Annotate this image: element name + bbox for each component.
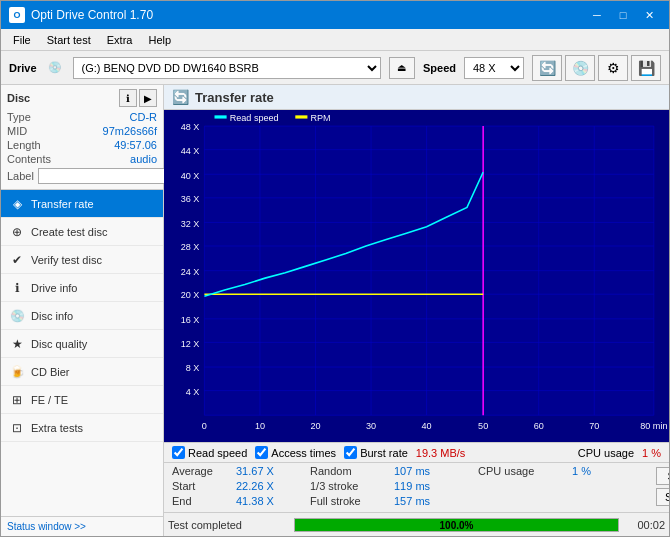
burst-rate-checkbox-group: Burst rate [344, 446, 408, 459]
disc-quality-icon: ★ [9, 336, 25, 352]
svg-text:8 X: 8 X [186, 363, 200, 373]
test-completed-text: Test completed [168, 519, 288, 531]
nav-verify-test-disc[interactable]: ✔ Verify test disc [1, 246, 163, 274]
end-value: 41.38 X [236, 495, 306, 508]
fe-te-icon: ⊞ [9, 392, 25, 408]
transfer-rate-icon: ◈ [9, 196, 25, 212]
title-bar: O Opti Drive Control 1.70 ─ □ ✕ [1, 1, 669, 29]
menu-start-test[interactable]: Start test [39, 32, 99, 48]
svg-text:28 X: 28 X [181, 242, 200, 252]
disc-label-key: Label [7, 170, 34, 182]
nav-disc-quality[interactable]: ★ Disc quality [1, 330, 163, 358]
disc-contents-row: Contents audio [7, 153, 157, 165]
save-button[interactable]: 💾 [631, 55, 661, 81]
time-display: 00:02 [625, 519, 665, 531]
nav-transfer-rate-label: Transfer rate [31, 198, 94, 210]
svg-text:80 min: 80 min [640, 421, 667, 431]
disc-label-row: Label ✎ [7, 167, 157, 185]
menu-help[interactable]: Help [140, 32, 179, 48]
chart-svg: 48 X 44 X 40 X 36 X 32 X 28 X 24 X 20 X … [164, 110, 669, 442]
nav-extra-tests[interactable]: ⊡ Extra tests [1, 414, 163, 442]
svg-text:16 X: 16 X [181, 315, 200, 325]
extra-tests-icon: ⊡ [9, 420, 25, 436]
toolbar-buttons: 🔄 💿 ⚙ 💾 [532, 55, 661, 81]
disc-mid-row: MID 97m26s66f [7, 125, 157, 137]
svg-text:24 X: 24 X [181, 267, 200, 277]
svg-text:44 X: 44 X [181, 146, 200, 156]
stats-area: Average 31.67 X Random 107 ms CPU usage … [164, 462, 669, 512]
svg-text:20: 20 [310, 421, 320, 431]
title-controls: ─ □ ✕ [585, 6, 661, 24]
nav-create-test-disc[interactable]: ⊕ Create test disc [1, 218, 163, 246]
nav-create-label: Create test disc [31, 226, 107, 238]
svg-rect-49 [295, 115, 307, 118]
svg-text:50: 50 [478, 421, 488, 431]
refresh-button[interactable]: 🔄 [532, 55, 562, 81]
app-icon: O [9, 7, 25, 23]
menu-extra[interactable]: Extra [99, 32, 141, 48]
disc-contents-label: Contents [7, 153, 51, 165]
disc-info-button[interactable]: ℹ [119, 89, 137, 107]
disc-info-icon: 💿 [9, 308, 25, 324]
disc-type-row: Type CD-R [7, 111, 157, 123]
main-window: O Opti Drive Control 1.70 ─ □ ✕ File Sta… [0, 0, 670, 537]
read-speed-checkbox-label: Read speed [188, 447, 247, 459]
svg-text:32 X: 32 X [181, 219, 200, 229]
nav-fe-te[interactable]: ⊞ FE / TE [1, 386, 163, 414]
chart-title: Transfer rate [195, 90, 274, 105]
burst-rate-checkbox[interactable] [344, 446, 357, 459]
burst-rate-label: Burst rate [360, 447, 408, 459]
start-part-button[interactable]: Start part [656, 488, 669, 506]
disc-length-value: 49:57.06 [114, 139, 157, 151]
nav-cd-bier[interactable]: 🍺 CD Bier [1, 358, 163, 386]
disc-length-row: Length 49:57.06 [7, 139, 157, 151]
svg-text:RPM: RPM [310, 112, 330, 122]
access-times-checkbox[interactable] [255, 446, 268, 459]
disc-type-value: CD-R [130, 111, 158, 123]
disc-section: Disc ℹ ▶ Type CD-R MID 97m26s66f Length [1, 85, 163, 190]
maximize-button[interactable]: □ [611, 6, 635, 24]
disc-contents-value: audio [130, 153, 157, 165]
start-full-button[interactable]: Start full [656, 467, 669, 485]
svg-text:30: 30 [366, 421, 376, 431]
start-value: 22.26 X [236, 480, 306, 493]
svg-text:40 X: 40 X [181, 170, 200, 180]
minimize-button[interactable]: ─ [585, 6, 609, 24]
drive-select[interactable]: (G:) BENQ DVD DD DW1640 BSRB [73, 57, 381, 79]
disc-arrow-button[interactable]: ▶ [139, 89, 157, 107]
burst-rate-value: 19.3 MB/s [416, 447, 466, 459]
menu-bar: File Start test Extra Help [1, 29, 669, 51]
disc-button[interactable]: 💿 [565, 55, 595, 81]
progress-text: 100.0% [295, 519, 618, 532]
sidebar: Disc ℹ ▶ Type CD-R MID 97m26s66f Length [1, 85, 164, 536]
speed-select[interactable]: 48 X [464, 57, 524, 79]
read-speed-checkbox[interactable] [172, 446, 185, 459]
eject-button[interactable]: ⏏ [389, 57, 415, 79]
disc-header: Disc ℹ ▶ [7, 89, 157, 107]
menu-file[interactable]: File [5, 32, 39, 48]
full-stroke-label: Full stroke [310, 495, 390, 508]
disc-mid-value: 97m26s66f [103, 125, 157, 137]
nav-disc-info[interactable]: 💿 Disc info [1, 302, 163, 330]
disc-label-input[interactable] [38, 168, 171, 184]
content-area: Disc ℹ ▶ Type CD-R MID 97m26s66f Length [1, 85, 669, 536]
create-test-icon: ⊕ [9, 224, 25, 240]
nav-drive-info[interactable]: ℹ Drive info [1, 274, 163, 302]
status-window-button[interactable]: Status window >> [7, 521, 86, 532]
drive-icon: 💿 [45, 58, 65, 78]
nav-items: ◈ Transfer rate ⊕ Create test disc ✔ Ver… [1, 190, 163, 516]
svg-text:60: 60 [534, 421, 544, 431]
svg-text:40: 40 [422, 421, 432, 431]
svg-text:0: 0 [202, 421, 207, 431]
svg-text:Read speed: Read speed [230, 112, 279, 122]
chart-area: 48 X 44 X 40 X 36 X 32 X 28 X 24 X 20 X … [164, 110, 669, 442]
svg-text:48 X: 48 X [181, 122, 200, 132]
verify-icon: ✔ [9, 252, 25, 268]
nav-cd-bier-label: CD Bier [31, 366, 70, 378]
svg-text:36 X: 36 X [181, 194, 200, 204]
disc-mid-label: MID [7, 125, 27, 137]
nav-transfer-rate[interactable]: ◈ Transfer rate [1, 190, 163, 218]
start-label: Start [172, 480, 232, 493]
settings-button[interactable]: ⚙ [598, 55, 628, 81]
close-button[interactable]: ✕ [637, 6, 661, 24]
